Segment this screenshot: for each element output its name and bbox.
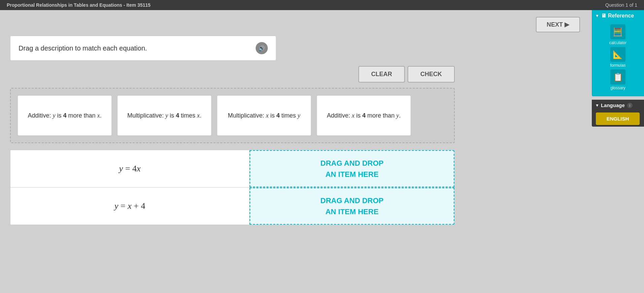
drag-card-1-text: Additive: y is 4 more than x. <box>28 111 101 120</box>
language-info-icon: i <box>627 103 633 108</box>
equation-formula-2: y = x + 4 <box>115 201 145 211</box>
clear-button[interactable]: CLEAR <box>358 66 405 83</box>
language-panel: ▼ Language i ENGLISH <box>592 100 644 127</box>
drag-card-2-text: Multiplicative: y is 4 times x. <box>127 111 201 120</box>
equation-table: y = 4x DRAG AND DROPAN ITEM HERE y = x +… <box>10 150 455 225</box>
drag-card-2[interactable]: Multiplicative: y is 4 times x. <box>117 95 212 136</box>
main-layout: NEXT ▶ Drag a description to match each … <box>0 10 644 293</box>
equation-cell-2: y = x + 4 <box>10 188 250 225</box>
check-button[interactable]: CHECK <box>408 66 455 83</box>
equation-formula-1: y = 4x <box>119 164 141 174</box>
drag-card-4-text: Additive: x is 4 more than y. <box>327 111 400 120</box>
glossary-icon: 📋 <box>610 69 625 85</box>
next-button[interactable]: NEXT ▶ <box>536 17 580 32</box>
formulas-icon: 📐 <box>610 47 625 62</box>
formulas-item[interactable]: 📐 formulas <box>610 47 625 68</box>
reference-icon-row: 🧮 calculator 📐 formulas 📋 glossary <box>592 22 644 93</box>
reference-header[interactable]: ▼ 🖥 Reference <box>592 10 644 22</box>
calculator-item[interactable]: 🧮 calculator <box>609 24 626 45</box>
reference-label: Reference <box>608 13 634 19</box>
equation-cell-1: y = 4x <box>10 150 250 187</box>
equation-row-2: y = x + 4 DRAG AND DROPAN ITEM HERE <box>10 188 454 225</box>
calculator-label: calculator <box>609 40 626 45</box>
sidebar: ▼ 🖥 Reference 🧮 calculator 📐 formulas 📋 … <box>590 10 644 293</box>
drag-card-1[interactable]: Additive: y is 4 more than x. <box>18 95 112 136</box>
content-area: NEXT ▶ Drag a description to match each … <box>0 10 590 293</box>
drag-items-area: Additive: y is 4 more than x. Multiplica… <box>10 88 455 143</box>
calculator-icon: 🧮 <box>610 24 625 39</box>
top-bar: Proportional Relationships in Tables and… <box>0 0 644 10</box>
drag-card-3[interactable]: Multiplicative: x is 4 times y <box>217 95 311 136</box>
glossary-label: glossary <box>610 86 625 90</box>
drop-text-1: DRAG AND DROPAN ITEM HERE <box>320 158 383 180</box>
reference-triangle-icon: ▼ <box>595 13 599 18</box>
drop-text-2: DRAG AND DROPAN ITEM HERE <box>320 195 383 217</box>
formulas-label: formulas <box>610 63 625 68</box>
action-buttons: CLEAR CHECK <box>10 66 455 83</box>
english-button[interactable]: ENGLISH <box>596 112 640 125</box>
reference-icon-small: 🖥 <box>601 13 606 19</box>
drop-zone-2[interactable]: DRAG AND DROPAN ITEM HERE <box>250 188 454 225</box>
reference-panel: ▼ 🖥 Reference 🧮 calculator 📐 formulas 📋 … <box>592 10 644 96</box>
language-triangle-icon: ▼ <box>595 103 599 108</box>
drag-card-3-text: Multiplicative: x is 4 times y <box>228 111 300 120</box>
page-title: Proportional Relationships in Tables and… <box>7 2 151 8</box>
glossary-item[interactable]: 📋 glossary <box>610 69 625 90</box>
language-label: Language <box>601 102 625 108</box>
equation-row-1: y = 4x DRAG AND DROPAN ITEM HERE <box>10 150 454 188</box>
drag-card-4[interactable]: Additive: x is 4 more than y. <box>317 95 411 136</box>
instruction-text: Drag a description to match each equatio… <box>19 44 147 52</box>
language-header[interactable]: ▼ Language i <box>592 100 644 111</box>
question-counter: Question 1 of 1 <box>605 2 637 8</box>
sound-button[interactable]: 🔊 <box>256 42 268 54</box>
instruction-box: Drag a description to match each equatio… <box>10 36 276 61</box>
drop-zone-1[interactable]: DRAG AND DROPAN ITEM HERE <box>250 150 454 187</box>
